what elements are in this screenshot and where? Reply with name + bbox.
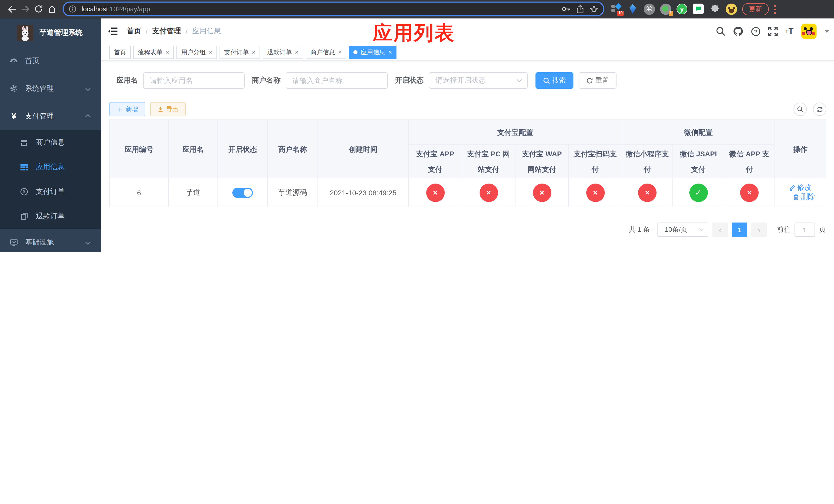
home-icon[interactable] xyxy=(45,2,59,16)
github-icon[interactable] xyxy=(733,26,743,37)
page-size-select[interactable]: 10条/页 xyxy=(657,223,708,237)
sidebar-item-app-info[interactable]: 应用信息 xyxy=(0,155,101,180)
hamburger-icon[interactable] xyxy=(107,26,118,37)
tab-process-form[interactable]: 流程表单× xyxy=(133,46,174,59)
refresh-table-button[interactable] xyxy=(813,102,826,116)
close-icon[interactable]: × xyxy=(252,49,256,55)
reset-button[interactable]: 重置 xyxy=(578,72,616,89)
close-icon[interactable]: × xyxy=(166,49,169,55)
sidebar: 芋道管理系统 首页 系统管理 ¥ 支付管理 xyxy=(0,19,101,252)
breadcrumb-home[interactable]: 首页 xyxy=(127,27,141,36)
col-alipay-pc: 支付宝 PC 网站支付 xyxy=(462,144,515,178)
extension-chat-icon[interactable] xyxy=(693,3,704,15)
close-icon[interactable]: × xyxy=(338,49,342,55)
url-bar[interactable]: localhost:1024/pay/app xyxy=(63,2,604,17)
close-icon[interactable]: × xyxy=(295,49,299,55)
tab-label: 应用信息 xyxy=(360,48,385,56)
col-operations: 操作 xyxy=(775,120,826,178)
merchant-name-label: 商户名称 xyxy=(252,76,281,85)
delete-link[interactable]: 删除 xyxy=(793,192,815,202)
tab-refund-orders[interactable]: 退款订单× xyxy=(263,46,303,59)
tab-label: 用户分组 xyxy=(181,48,206,56)
avatar[interactable] xyxy=(801,24,816,39)
browser-toolbar: localhost:1024/pay/app 10 ⌘ 1 xyxy=(0,0,834,19)
col-created: 创建时间 xyxy=(318,120,409,178)
tab-merchant-info[interactable]: 商户信息× xyxy=(306,46,346,59)
extension-kite-icon[interactable] xyxy=(627,3,639,15)
profile-emoji-icon[interactable] xyxy=(725,3,737,15)
sidebar-item-home[interactable]: 首页 xyxy=(0,47,101,75)
reload-icon[interactable] xyxy=(32,2,45,16)
sidebar-item-label: 商户信息 xyxy=(36,138,65,147)
pay-status-cell: × xyxy=(586,183,605,202)
extension-y-icon[interactable]: y xyxy=(676,3,688,15)
close-icon[interactable]: × xyxy=(209,49,212,55)
font-size-icon[interactable]: TT xyxy=(785,27,793,36)
fullscreen-icon[interactable] xyxy=(768,27,777,36)
bookmark-star-icon[interactable] xyxy=(590,5,598,13)
chat-bubble-icon xyxy=(693,4,704,14)
extension-status-icon[interactable]: 1 xyxy=(660,3,672,15)
tab-user-group[interactable]: 用户分组× xyxy=(176,46,217,59)
sidebar-item-label: 退款订单 xyxy=(36,212,65,221)
site-info-icon[interactable] xyxy=(69,5,76,13)
add-button[interactable]: ＋ 新增 xyxy=(109,102,145,116)
tab-label: 商户信息 xyxy=(310,48,335,56)
chrome-update-button[interactable]: 更新 xyxy=(742,3,769,15)
forward-icon[interactable] xyxy=(19,2,32,16)
command-glyph: ⌘ xyxy=(643,3,655,15)
close-icon[interactable]: × xyxy=(388,49,392,55)
password-key-icon[interactable] xyxy=(562,6,570,12)
breadcrumb-payment[interactable]: 支付管理 xyxy=(152,27,181,36)
extension-blocks-icon[interactable]: 10 xyxy=(610,3,622,15)
status-select[interactable]: 请选择开启状态 xyxy=(429,72,528,89)
tab-app-info[interactable]: 应用信息× xyxy=(349,46,396,59)
sidebar-item-refund-orders[interactable]: 退款订单 xyxy=(0,204,101,229)
cell-app-name: 芋道 xyxy=(169,178,218,207)
app-name-input[interactable] xyxy=(143,72,245,89)
kite-shape xyxy=(629,4,636,14)
caret-down-icon[interactable] xyxy=(824,30,829,33)
yen-circle-icon: ¥ xyxy=(20,188,28,196)
page-size-value: 10条/页 xyxy=(665,225,687,234)
back-icon[interactable] xyxy=(5,2,19,16)
edit-link[interactable]: 修改 xyxy=(789,183,811,192)
svg-text:?: ? xyxy=(754,28,758,34)
sidebar-item-merchant-info[interactable]: 商户信息 xyxy=(0,130,101,155)
status-label: 开启状态 xyxy=(395,76,424,85)
col-merchant: 商户名称 xyxy=(267,120,318,178)
sidebar-item-system[interactable]: 系统管理 xyxy=(0,75,101,102)
extension-command-icon[interactable]: ⌘ xyxy=(643,3,655,15)
tab-label: 支付订单 xyxy=(224,48,249,56)
help-icon[interactable]: ? xyxy=(751,26,761,36)
tab-pay-orders[interactable]: 支付订单× xyxy=(220,46,260,59)
export-button[interactable]: 导出 xyxy=(150,102,186,116)
tab-home[interactable]: 首页 xyxy=(109,46,131,59)
search-button-label: 搜索 xyxy=(552,76,566,85)
chevron-down-icon xyxy=(699,228,704,231)
grid-table-icon xyxy=(20,164,28,171)
sidebar-item-payment[interactable]: ¥ 支付管理 xyxy=(0,102,101,130)
tab-label: 首页 xyxy=(114,48,126,56)
goto-page-input[interactable] xyxy=(794,223,815,237)
url-path: :1024/pay/app xyxy=(108,5,150,13)
search-icon[interactable] xyxy=(716,27,725,36)
search-button[interactable]: 搜索 xyxy=(535,72,573,89)
pay-status-cell: × xyxy=(426,183,444,202)
extensions-puzzle-icon[interactable] xyxy=(709,3,721,15)
merchant-name-input[interactable] xyxy=(286,72,388,89)
page-1-button[interactable]: 1 xyxy=(732,223,747,237)
toggle-search-button[interactable] xyxy=(793,102,807,116)
pay-status-cell: × xyxy=(740,183,759,202)
status-toggle[interactable] xyxy=(232,187,253,198)
sidebar-item-infrastructure[interactable]: 基础设施 xyxy=(0,229,101,252)
share-icon[interactable] xyxy=(576,5,584,13)
sidebar-item-pay-orders[interactable]: ¥ 支付订单 xyxy=(0,180,101,204)
browser-menu-icon[interactable] xyxy=(774,4,776,14)
prev-page-button[interactable]: ‹ xyxy=(712,223,728,237)
download-icon xyxy=(157,106,163,112)
next-page-button[interactable]: › xyxy=(751,223,767,237)
app-title: 芋道管理系统 xyxy=(40,28,83,38)
sidebar-item-label: 基础设施 xyxy=(25,238,54,247)
document-copy-icon xyxy=(20,212,28,221)
